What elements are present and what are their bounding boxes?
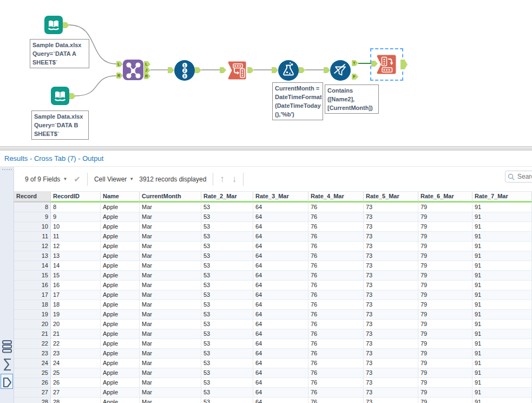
table-row[interactable]: 1919AppleMar536476737991 — [14, 310, 532, 320]
input-a-annotation[interactable]: Sample Data.xlsx Query=`DATA A SHEET$` — [30, 39, 89, 68]
column-header-rate_5_mar[interactable]: Rate_5_Mar — [364, 192, 418, 203]
grid-header-row: RecordRecordIDNameCurrentMonthRate_2_Mar… — [14, 192, 532, 203]
table-row[interactable]: 1616AppleMar536476737991 — [14, 281, 532, 290]
column-header-rate_6_mar[interactable]: Rate_6_Mar — [418, 192, 472, 203]
join-tool[interactable] — [123, 60, 143, 82]
cell: 91 — [472, 310, 532, 320]
row-number: 21 — [14, 329, 51, 339]
formula-tool[interactable] — [278, 60, 299, 83]
cell: Mar — [140, 359, 201, 368]
cell: Mar — [140, 388, 201, 398]
cell: 53 — [201, 378, 253, 388]
filter-tool[interactable] — [330, 60, 351, 83]
data-view-icon[interactable] — [2, 376, 12, 388]
table-row[interactable]: 1717AppleMar536476737991 — [14, 290, 532, 300]
metadata-sigma-view-icon[interactable] — [2, 356, 12, 373]
cell: 23 — [51, 349, 101, 359]
column-header-rate_7_mar[interactable]: Rate_7_Mar — [472, 192, 532, 203]
table-row[interactable]: 1515AppleMar536476737991 — [14, 271, 532, 281]
cell: 91 — [472, 290, 532, 300]
table-row[interactable]: 99AppleMar536476737991 — [14, 212, 532, 222]
table-row[interactable]: 1111AppleMar536476737991 — [14, 232, 532, 242]
cell: 10 — [51, 222, 101, 232]
canvas-results-splitter[interactable] — [0, 146, 532, 151]
formula-annotation[interactable]: CurrentMonth = DateTimeFormat (DateTimeT… — [272, 82, 323, 120]
cell: 91 — [472, 378, 532, 388]
column-header-recordid[interactable]: RecordID — [51, 192, 101, 203]
input-data-icon — [44, 16, 63, 34]
row-number: 23 — [14, 349, 51, 359]
column-header-rate_3_mar[interactable]: Rate_3_Mar — [253, 192, 308, 203]
cell: 73 — [364, 212, 418, 222]
table-row[interactable]: 2525AppleMar536476737991 — [14, 368, 532, 378]
search-input[interactable] — [516, 172, 532, 181]
cell: 91 — [472, 222, 532, 232]
table-row[interactable]: 1818AppleMar536476737991 — [14, 300, 532, 310]
input-data-a-tool[interactable] — [44, 16, 63, 36]
input-b-annotation[interactable]: Sample Data.xlsx Query=`DATA B SHEET$` — [31, 110, 89, 140]
cell: 64 — [253, 349, 308, 359]
table-row[interactable]: 1212AppleMar536476737991 — [14, 242, 532, 251]
cell: Apple — [101, 261, 140, 271]
table-row[interactable]: 2626AppleMar536476737991 — [14, 378, 532, 388]
cell: Mar — [140, 290, 201, 300]
search-box[interactable] — [505, 171, 532, 183]
table-row[interactable]: 1414AppleMar536476737991 — [14, 261, 532, 271]
fields-dropdown[interactable]: 9 of 9 Fields ▼ — [25, 176, 67, 183]
table-row[interactable]: 2323AppleMar536476737991 — [14, 349, 532, 359]
table-row[interactable]: 2727AppleMar536476737991 — [14, 388, 532, 398]
cell: 91 — [472, 300, 532, 310]
table-row[interactable]: 2828AppleMar536476737991 — [14, 398, 532, 403]
column-header-rate_4_mar[interactable]: Rate_4_Mar — [308, 192, 364, 203]
cell: 24 — [51, 359, 101, 368]
scroll-up-arrow-button[interactable]: ↑ — [220, 174, 225, 184]
cell: 91 — [472, 203, 532, 212]
cell-viewer-dropdown[interactable]: Cell Viewer ▼ — [94, 176, 134, 183]
input-data-b-tool[interactable] — [51, 87, 69, 107]
cell: Mar — [140, 329, 201, 339]
cell: 64 — [253, 300, 308, 310]
column-header-currentmonth[interactable]: CurrentMonth — [140, 192, 201, 203]
chevron-down-icon: ▼ — [129, 177, 134, 181]
cell: 73 — [364, 203, 418, 212]
table-row[interactable]: 2020AppleMar536476737991 — [14, 320, 532, 329]
drag-grip-icon[interactable] — [2, 169, 12, 170]
cell: Apple — [101, 203, 140, 212]
join-icon — [123, 60, 143, 80]
cell: 21 — [51, 329, 101, 339]
table-row[interactable]: 1313AppleMar536476737991 — [14, 251, 532, 261]
column-header-rate_2_mar[interactable]: Rate_2_Mar — [201, 192, 253, 203]
cell: Mar — [140, 212, 201, 222]
table-row[interactable]: 2424AppleMar536476737991 — [14, 359, 532, 368]
cell: 53 — [201, 281, 253, 290]
cross-tab-tool[interactable] — [376, 54, 397, 77]
cell: Mar — [140, 251, 201, 261]
table-row[interactable]: 2222AppleMar536476737991 — [14, 339, 532, 349]
column-header-name[interactable]: Name — [101, 192, 140, 203]
cell: 76 — [308, 378, 364, 388]
table-row[interactable]: 1010AppleMar536476737991 — [14, 222, 532, 232]
scroll-down-arrow-button[interactable]: ↓ — [232, 174, 237, 184]
record-list-view-icon[interactable] — [2, 339, 12, 354]
table-row[interactable]: 2121AppleMar536476737991 — [14, 329, 532, 339]
cell: 64 — [253, 368, 308, 378]
cell: 64 — [253, 212, 308, 222]
table-row[interactable]: 88AppleMar536476737991 — [14, 203, 532, 212]
record-id-tool[interactable]: 1 2 3 — [174, 60, 195, 81]
cell: 73 — [364, 242, 418, 251]
cell: 76 — [308, 300, 364, 310]
row-number: 10 — [14, 222, 51, 232]
cell: 15 — [51, 271, 101, 281]
cell: 64 — [253, 310, 308, 320]
toolbar-separator — [213, 173, 213, 186]
cell: 73 — [364, 329, 418, 339]
filter-annotation[interactable]: Contains ([Name2], [CurrentMonth]) — [325, 84, 379, 114]
cell: 53 — [201, 388, 253, 398]
cell: 53 — [201, 320, 253, 329]
apply-checkmark-icon[interactable]: ✔ — [74, 174, 81, 184]
transpose-tool[interactable] — [227, 60, 247, 83]
cell-viewer-label: Cell Viewer — [94, 176, 127, 183]
cross-tab-icon — [376, 54, 397, 75]
cell: 91 — [472, 349, 532, 359]
cell: 76 — [308, 242, 364, 251]
